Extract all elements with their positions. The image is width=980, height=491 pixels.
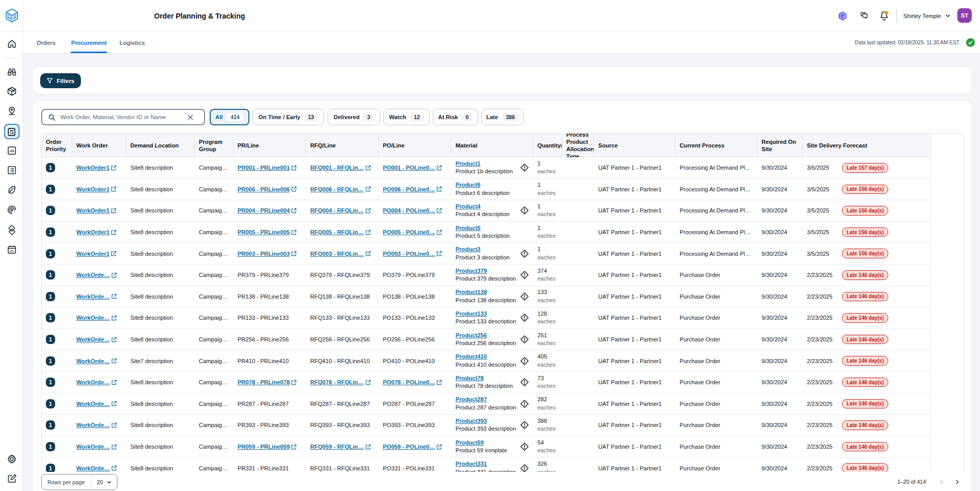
segment-late[interactable]: Late386 <box>481 109 524 125</box>
forecast-date: 2/23/2025 <box>807 379 842 385</box>
pr-line-link[interactable]: PR003 - PRLine003 <box>238 251 297 257</box>
sidebar-item-target[interactable] <box>0 202 23 218</box>
filters-button[interactable]: Filters <box>40 73 81 88</box>
po-line-link[interactable]: PO001 - POLine0… <box>383 165 442 171</box>
material-link[interactable]: Product331 <box>455 460 516 468</box>
work-order-link[interactable]: WorkOrde… <box>76 379 117 385</box>
cell-po-line: PO005 - POLine0… <box>379 222 451 243</box>
material-link[interactable]: Product287 <box>455 396 516 404</box>
tab-logistics[interactable]: Logistics <box>120 31 145 54</box>
app-logo <box>0 8 23 23</box>
work-order-link[interactable]: WorkOrder1 <box>76 251 116 257</box>
material-link[interactable]: Product3 <box>455 246 510 254</box>
user-menu[interactable]: Shirley Temple <box>903 0 951 31</box>
cell-po-line: PO393 - POLine393 <box>379 415 451 436</box>
material-text-stack: Product138 Product 138 description <box>455 288 516 304</box>
material-link[interactable]: Product4 <box>455 203 510 211</box>
cell-current-process: Purchase Order <box>675 415 757 436</box>
work-order-link[interactable]: WorkOrde… <box>76 422 117 428</box>
sidebar-divider <box>5 58 19 58</box>
assistant-button[interactable] <box>838 0 848 31</box>
pr-line-link-label: PR078 - PRLine078 <box>238 379 290 385</box>
material-link[interactable]: Product59 <box>455 439 507 447</box>
avatar[interactable]: ST <box>957 8 972 23</box>
rfq-line-link[interactable]: RFQ001 - RFQLin… <box>310 165 371 171</box>
segment-on-time-early[interactable]: On Time / Early13 <box>252 109 324 125</box>
feedback-button[interactable] <box>859 0 869 31</box>
cell-work-order: WorkOrder1 <box>72 179 126 200</box>
column-header-label: Site Delivery Forecast <box>807 142 867 149</box>
sidebar-item-bar-chart[interactable] <box>0 143 23 158</box>
sidebar-item-home[interactable] <box>0 36 23 52</box>
work-order-link[interactable]: WorkOrde… <box>76 315 117 321</box>
work-order-link[interactable]: WorkOrder1 <box>76 186 116 192</box>
work-order-link[interactable]: WorkOrde… <box>76 272 117 278</box>
segment-all[interactable]: All414 <box>210 109 249 125</box>
po-line-link[interactable]: PO003 - POLine0… <box>383 251 442 257</box>
rfq-line-link[interactable]: RFQ005 - RFQLin… <box>310 229 371 235</box>
search-input[interactable] <box>60 114 182 120</box>
material-link[interactable]: Product1 <box>455 160 513 168</box>
po-line-link[interactable]: PO078 - POLine0… <box>383 379 442 385</box>
pr-line-link[interactable]: PR001 - PRLine001 <box>238 165 297 171</box>
work-order-link[interactable]: WorkOrder1 <box>76 229 116 235</box>
pr-line-link[interactable]: PR059 - PRLine059 <box>238 444 297 450</box>
material-link[interactable]: Product133 <box>455 310 516 318</box>
sidebar-item-compose[interactable] <box>0 471 23 486</box>
pagination-prev-button[interactable] <box>936 476 947 487</box>
po-line-link[interactable]: PO004 - POLine0… <box>383 207 442 214</box>
work-order-link[interactable]: WorkOrde… <box>76 401 117 407</box>
work-order-link[interactable]: WorkOrde… <box>76 358 117 364</box>
work-order-link[interactable]: WorkOrder1 <box>76 207 116 214</box>
pr-line-link[interactable]: PR006 - PRLine006 <box>238 186 297 192</box>
material-link[interactable]: Product256 <box>455 332 516 340</box>
po-line-link[interactable]: PO005 - POLine0… <box>383 229 442 235</box>
sidebar-item-location[interactable] <box>0 103 23 119</box>
po-line-link[interactable]: PO006 - POLine0… <box>383 186 442 192</box>
pagination-next-button[interactable] <box>951 476 962 487</box>
clear-search-icon[interactable] <box>187 113 194 121</box>
material-link[interactable]: Product379 <box>455 267 516 275</box>
pr-line-link[interactable]: PR005 - PRLine005 <box>238 229 297 235</box>
tab-orders[interactable]: Orders <box>37 31 56 54</box>
cell-demand-location: Site8 description <box>126 243 195 264</box>
sidebar-item-package[interactable] <box>0 84 23 99</box>
notifications-button[interactable] <box>879 0 889 31</box>
sidebar-item-order-tracking-selected[interactable] <box>0 124 23 139</box>
po-line-link[interactable]: PO059 - POLine0… <box>383 444 442 450</box>
work-order-link[interactable]: WorkOrde… <box>76 444 117 450</box>
sidebar-item-binoculars[interactable] <box>0 64 23 80</box>
work-order-link[interactable]: WorkOrde… <box>76 465 117 471</box>
pr-line-link[interactable]: PR078 - PRLine078 <box>238 379 297 385</box>
sidebar-item-leaf[interactable] <box>0 182 23 198</box>
work-order-link[interactable]: WorkOrde… <box>76 336 117 342</box>
rfq-line-link[interactable]: RFQ059 - RFQLin… <box>310 444 371 450</box>
work-order-link[interactable]: WorkOrde… <box>76 293 117 300</box>
material-link[interactable]: Product78 <box>455 374 513 383</box>
material-link[interactable]: Product410 <box>455 353 516 361</box>
rfq-line-link[interactable]: RFQ004 - RFQLin… <box>310 207 371 214</box>
sidebar-item-layers[interactable] <box>0 222 23 238</box>
work-order-link[interactable]: WorkOrder1 <box>76 165 116 171</box>
material-description: Product 379 description <box>455 275 516 283</box>
pr-line-link-label: PR003 - PRLine003 <box>238 251 290 257</box>
rows-per-page-control[interactable]: Rows per page 20 <box>41 474 117 490</box>
tab-procurement[interactable]: Procurement <box>71 31 107 54</box>
segment-delivered[interactable]: Delivered3 <box>328 109 380 125</box>
segment-watch[interactable]: Watch12 <box>383 109 430 125</box>
rfq-line-link[interactable]: RFQ006 - RFQLin… <box>310 186 371 192</box>
sidebar-item-calendar-chart[interactable] <box>0 242 23 257</box>
quantity-value: 133 <box>537 288 555 297</box>
pr-line-link[interactable]: PR004 - PRLine004 <box>238 207 297 214</box>
cell-quantity: 73eaches <box>533 372 562 393</box>
cell-program-group: Campaig… <box>195 157 233 178</box>
sidebar-item-settings[interactable] <box>0 451 23 467</box>
sidebar-item-list[interactable] <box>0 162 23 178</box>
material-link[interactable]: Product138 <box>455 288 516 297</box>
rfq-line-link[interactable]: RFQ003 - RFQLin… <box>310 251 371 257</box>
material-link[interactable]: Product6 <box>455 181 510 189</box>
rfq-line-link[interactable]: RFQ078 - RFQLin… <box>310 379 371 385</box>
material-link[interactable]: Product393 <box>455 417 516 425</box>
material-link[interactable]: Product5 <box>455 224 510 233</box>
segment-at-risk[interactable]: At Risk0 <box>433 109 478 125</box>
